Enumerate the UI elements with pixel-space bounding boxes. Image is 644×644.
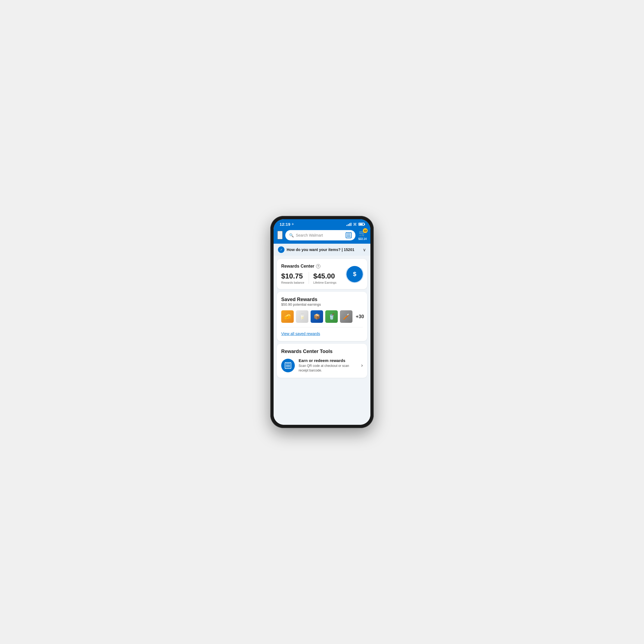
status-time: 12:19	[280, 222, 290, 227]
tool-text: Earn or redeem rewards Scan QR code at c…	[299, 358, 357, 373]
search-icon: 🔍	[289, 233, 294, 237]
tool-item-title: Earn or redeem rewards	[299, 358, 357, 363]
rewards-center-title: Rewards Center	[281, 264, 314, 269]
product-thumb-3: 📦	[311, 310, 323, 323]
delivery-icon: ✓	[278, 246, 284, 253]
delivery-left: ✓ How do you want your items? | 15201	[278, 246, 354, 253]
header-row: ‹ 🔍 Search Walmart	[277, 230, 367, 240]
tools-title: Rewards Center Tools	[281, 349, 333, 354]
rewards-divider	[309, 272, 309, 284]
more-count: +30	[356, 314, 364, 320]
phone-frame: 12:19 ✈ ⌘	[270, 216, 374, 428]
rewards-balance-label: Rewards balance	[281, 281, 304, 284]
rewards-title-row: Rewards Center ?	[281, 264, 346, 269]
search-input-placeholder: Search Walmart	[296, 233, 344, 237]
rewards-left: Rewards Center ? $10.75 Rewards balance …	[281, 264, 346, 284]
product-thumb-5: 🪥	[340, 310, 352, 323]
status-bar: 12:19 ✈ ⌘	[274, 219, 370, 228]
barcode-scan-button[interactable]	[346, 232, 352, 238]
tool-item-scan[interactable]: Earn or redeem rewards Scan QR code at c…	[281, 358, 363, 373]
tool-item-description: Scan QR code at checkout or scan receipt…	[299, 364, 357, 373]
product-thumb-4: 🥤	[325, 310, 338, 323]
signal-bars-icon	[346, 223, 351, 226]
products-row: 🧀 🥛 📦 🥤 🪥	[281, 310, 363, 323]
tool-barcode-icon	[285, 362, 291, 369]
lifetime-earnings-label: Lifetime Earnings	[313, 281, 336, 284]
product-emoji-4: 🥤	[328, 313, 335, 320]
product-thumb-1: 🧀	[281, 310, 294, 323]
status-icons: ⌘	[346, 222, 364, 227]
cart-price: $22.14	[358, 237, 367, 240]
rewards-circle-icon[interactable]: $	[346, 266, 363, 282]
signal-bar-4	[351, 223, 351, 226]
phone-wrapper: 12:19 ✈ ⌘	[265, 210, 379, 434]
view-all-saved-rewards-link[interactable]: View all saved rewards	[281, 332, 320, 336]
battery-fill	[359, 224, 363, 225]
rewards-amounts: $10.75 Rewards balance $45.00 Lifetime E…	[281, 272, 346, 284]
chevron-down-icon: ∨	[363, 247, 366, 252]
tool-scan-icon	[281, 359, 295, 372]
delivery-bar[interactable]: ✓ How do you want your items? | 15201 ∨	[274, 244, 370, 256]
product-emoji-5: 🪥	[343, 313, 350, 320]
signal-bar-3	[349, 223, 350, 226]
cart-button[interactable]: 🛒 13 $22.14	[358, 230, 367, 240]
cart-badge: 13	[363, 228, 368, 233]
main-content: Rewards Center ? $10.75 Rewards balance …	[274, 256, 370, 425]
rewards-balance-block: $10.75 Rewards balance	[281, 272, 304, 284]
saved-rewards-title: Saved Rewards	[281, 297, 317, 302]
tool-chevron-right-icon: ›	[361, 363, 363, 368]
search-bar[interactable]: 🔍 Search Walmart	[285, 230, 356, 240]
rewards-tools-card: Rewards Center Tools Earn or redeem rewa…	[277, 344, 367, 378]
lifetime-earnings-block: $45.00 Lifetime Earnings	[313, 272, 336, 284]
delivery-text: How do you want your items? | 15201	[287, 247, 354, 252]
cart-icon-wrapper: 🛒 13	[359, 230, 366, 237]
saved-rewards-card: Saved Rewards $50.90 potential earnings …	[277, 292, 367, 341]
product-thumb-2: 🥛	[296, 310, 308, 323]
phone-screen: 12:19 ✈ ⌘	[274, 219, 370, 425]
barcode-icon	[346, 232, 352, 238]
potential-earnings-text: $50.90 potential earnings	[281, 302, 363, 306]
signal-bar-1	[346, 225, 347, 226]
wifi-icon: ⌘	[353, 222, 357, 227]
product-emoji-1: 🧀	[284, 313, 291, 320]
battery-icon	[358, 223, 364, 226]
rewards-center-card: Rewards Center ? $10.75 Rewards balance …	[277, 259, 367, 289]
back-button[interactable]: ‹	[277, 231, 283, 239]
signal-bar-2	[348, 224, 349, 226]
rewards-balance-value: $10.75	[281, 272, 304, 280]
product-emoji-3: 📦	[314, 313, 320, 320]
checkmark-icon: ✓	[280, 248, 283, 252]
dollar-icon: $	[353, 271, 356, 278]
app-header: ‹ 🔍 Search Walmart	[274, 228, 370, 244]
lifetime-earnings-value: $45.00	[313, 272, 336, 280]
product-emoji-2: 🥛	[299, 313, 306, 320]
help-icon[interactable]: ?	[316, 264, 320, 268]
location-icon: ✈	[292, 222, 294, 226]
